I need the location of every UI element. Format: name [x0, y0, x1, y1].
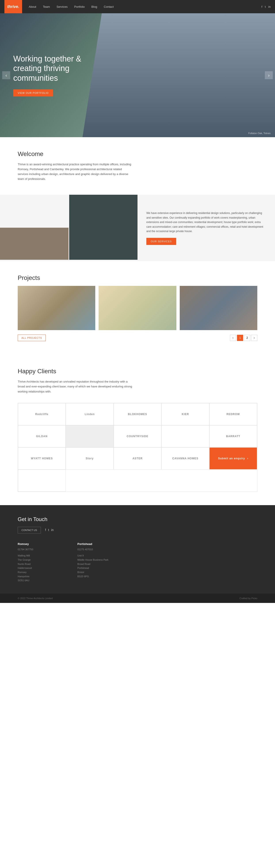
services-button[interactable]: OUR SERVICES [146, 238, 176, 245]
page-prev-button[interactable]: ‹ [230, 335, 236, 341]
footer-twitter-icon[interactable]: t [48, 528, 49, 532]
contact-button[interactable]: CONTACT US [18, 527, 41, 533]
hero-content: Working together & creating thriving com… [0, 45, 106, 105]
footer-contact-row: CONTACT US f t in [18, 527, 257, 533]
footer-social: f t in [45, 528, 54, 532]
page-1-button[interactable]: 1 [237, 335, 243, 341]
twitter-icon[interactable]: t [265, 5, 266, 8]
logo-text: thrive. [7, 4, 19, 9]
hero-building-image [82, 13, 275, 137]
project-card-3[interactable] [180, 286, 257, 330]
page-next-button[interactable]: › [251, 335, 257, 341]
portishead-phone: 01275 407010 [77, 548, 128, 552]
footer-columns: Romsey 01794 367750 Walling Mill The Gra… [18, 542, 128, 583]
services-description: We have extensive experience in deliveri… [146, 211, 266, 234]
clients-title: Happy Clients [18, 368, 257, 375]
footer-facebook-icon[interactable]: f [45, 528, 46, 532]
welcome-text: Thrive is an award-winning architectural… [18, 162, 133, 181]
hero-next-button[interactable]: › [265, 71, 273, 79]
facebook-icon[interactable]: f [262, 5, 263, 8]
project-card-1[interactable] [18, 286, 95, 330]
projects-section: Projects ALL PROJECTS ‹ 1 2 › [0, 261, 275, 354]
romsey-address: Walling Mill The Grange Nunts Road Halde… [18, 554, 69, 583]
submit-enquiry-cell[interactable]: Submit an enquiry › [209, 447, 257, 469]
footer-bottom: © 2022 Thrive Architects Limited Crafted… [0, 594, 275, 603]
pagination: ‹ 1 2 › [230, 335, 257, 341]
all-projects-button[interactable]: ALL PROJECTS [18, 335, 46, 341]
services-image-1 [69, 195, 138, 260]
client-kier: KIER [161, 403, 209, 425]
crafted-by: Crafted by Picko [239, 597, 257, 599]
client-gildan: GILDAN [18, 425, 66, 447]
hero-cta-button[interactable]: VIEW OUR PORTFOLIO [13, 89, 53, 96]
clients-text: Thrive Architects has developed an unriv… [18, 379, 133, 394]
client-extra [18, 469, 66, 492]
linkedin-icon[interactable]: in [268, 5, 271, 8]
nav-services[interactable]: Services [57, 5, 68, 8]
project-card-2[interactable] [99, 286, 176, 330]
client-story: Story [66, 447, 113, 469]
logo[interactable]: thrive. [4, 0, 22, 13]
hero-section: Working together & creating thriving com… [0, 13, 275, 137]
welcome-section: Welcome Thrive is an award-winning archi… [0, 137, 275, 195]
services-text-block: We have extensive experience in deliveri… [137, 195, 275, 261]
client-redcliffe: Redcliffe [18, 403, 66, 425]
social-links: f t in [262, 5, 271, 8]
footer-portishead: Portishead 01275 407010 Unit 9 Middle Ho… [77, 542, 128, 583]
footer: Get in Touch CONTACT US f t in Romsey 01… [0, 505, 275, 594]
nav-contact[interactable]: Contact [104, 5, 114, 8]
portishead-heading: Portishead [77, 542, 128, 546]
client-barratt: BARRATT [209, 425, 257, 447]
projects-title: Projects [18, 274, 257, 281]
client-unknown [66, 425, 113, 447]
client-wyatt: WYATT HOMES [18, 447, 66, 469]
clients-grid: Redcliffe Linden BLOKHOMES KIER REDROW G… [18, 403, 257, 492]
romsey-phone: 01794 367750 [18, 548, 69, 552]
header: thrive. About Team Services Portfolio Bl… [0, 0, 275, 13]
client-linden: Linden [66, 403, 113, 425]
services-image-4 [0, 228, 69, 260]
client-aster: ASTER [114, 447, 161, 469]
copyright: © 2022 Thrive Architects Limited [18, 597, 53, 599]
footer-romsey: Romsey 01794 367750 Walling Mill The Gra… [18, 542, 69, 583]
enquiry-label: Submit an enquiry [218, 457, 245, 460]
portishead-address: Unit 9 Middle House Business Park Broad … [77, 554, 128, 578]
client-empty [161, 425, 209, 447]
main-nav: About Team Services Portfolio Blog Conta… [29, 5, 262, 8]
footer-linkedin-icon[interactable]: in [51, 528, 54, 532]
welcome-title: Welcome [18, 151, 257, 158]
client-countryside: COUNTRYSIDE [114, 425, 161, 447]
enquiry-arrow-icon: › [247, 457, 248, 460]
clients-section: Happy Clients Thrive Architects has deve… [0, 354, 275, 505]
hero-caption: Follaton Oak, Totnes [248, 132, 271, 134]
nav-blog[interactable]: Blog [91, 5, 97, 8]
nav-team[interactable]: Team [43, 5, 50, 8]
footer-title: Get in Touch [18, 516, 257, 522]
romsey-heading: Romsey [18, 542, 69, 546]
services-block: We have extensive experience in deliveri… [0, 195, 275, 261]
services-images [0, 195, 137, 261]
client-cavanna: CAVANNA HOMES [161, 447, 209, 469]
hero-title: Working together & creating thriving com… [13, 54, 93, 83]
nav-portfolio[interactable]: Portfolio [74, 5, 85, 8]
client-blokhomes: BLOKHOMES [114, 403, 161, 425]
client-redrow: REDROW [209, 403, 257, 425]
projects-grid [18, 286, 257, 330]
nav-about[interactable]: About [29, 5, 36, 8]
projects-footer: ALL PROJECTS ‹ 1 2 › [18, 335, 257, 341]
page-2-button[interactable]: 2 [244, 335, 250, 341]
